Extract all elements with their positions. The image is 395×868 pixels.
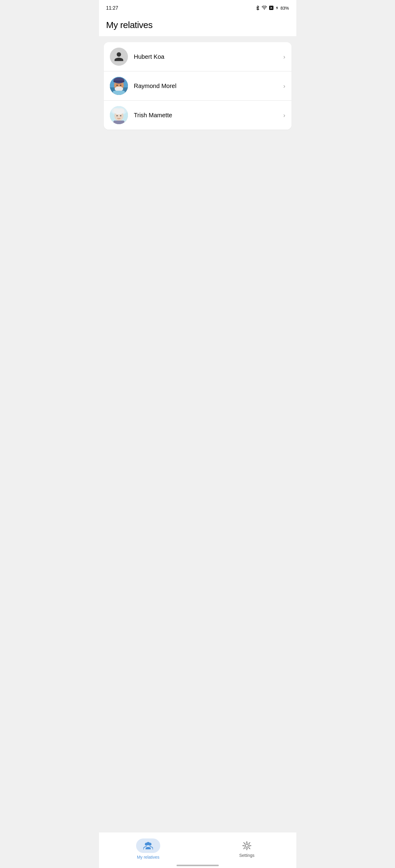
battery-percentage: 83%	[280, 6, 289, 10]
avatar-hubert-koa	[110, 48, 128, 66]
nav-icon-container-settings	[242, 840, 252, 851]
sim-icon	[269, 5, 274, 11]
avatar-raymond-morel	[110, 77, 128, 95]
bluetooth-icon	[256, 5, 260, 11]
svg-point-0	[264, 9, 265, 9]
nav-item-settings[interactable]: Settings	[198, 838, 296, 860]
relative-item-hubert-koa[interactable]: Hubert Koa ›	[104, 42, 291, 71]
status-time: 11:27	[106, 5, 118, 11]
relative-name-trish-mamette: Trish Mamette	[134, 112, 283, 119]
svg-point-9	[116, 85, 118, 86]
svg-point-18	[120, 115, 121, 116]
svg-point-22	[147, 842, 150, 845]
nav-item-my-relatives[interactable]: My relatives	[99, 836, 198, 862]
relative-item-trish-mamette[interactable]: Trish Mamette ›	[104, 101, 291, 130]
chevron-right-icon-hubert: ›	[283, 53, 285, 60]
relative-item-raymond-morel[interactable]: Raymond Morel ›	[104, 71, 291, 101]
charge-icon	[276, 6, 279, 11]
relative-name-hubert-koa: Hubert Koa	[134, 53, 283, 60]
svg-point-24	[244, 843, 250, 848]
svg-rect-6	[113, 81, 124, 82]
nav-label-my-relatives: My relatives	[137, 855, 160, 860]
content-area: Hubert Koa ›	[99, 36, 296, 135]
svg-point-7	[115, 87, 123, 91]
status-icons: 83%	[256, 5, 289, 11]
nav-icon-bg-relatives	[136, 838, 160, 853]
avatar-trish-mamette	[110, 106, 128, 124]
chevron-right-icon-trish: ›	[283, 112, 285, 119]
svg-point-23	[245, 844, 248, 847]
chevron-right-icon-raymond: ›	[283, 83, 285, 90]
settings-gear-icon	[242, 840, 252, 851]
main-content: Hubert Koa ›	[99, 36, 296, 166]
avatar-photo-raymond	[110, 77, 128, 95]
avatar-placeholder-hubert	[110, 48, 128, 66]
relative-name-raymond-morel: Raymond Morel	[134, 83, 283, 90]
nav-label-settings: Settings	[239, 853, 255, 858]
status-bar: 11:27	[99, 0, 296, 15]
avatar-photo-trish	[110, 106, 128, 124]
nav-icon-container-relatives	[136, 838, 160, 853]
page-header: My relatives	[99, 15, 296, 36]
page-title: My relatives	[106, 20, 289, 30]
svg-point-17	[116, 115, 118, 116]
relatives-card: Hubert Koa ›	[104, 42, 291, 130]
relatives-icon	[143, 841, 153, 850]
svg-rect-19	[113, 121, 124, 124]
nav-home-indicator	[176, 865, 219, 866]
wifi-icon	[262, 6, 267, 11]
svg-point-10	[120, 85, 121, 86]
svg-rect-8	[113, 91, 125, 95]
bottom-nav: My relatives Settings	[99, 832, 296, 868]
